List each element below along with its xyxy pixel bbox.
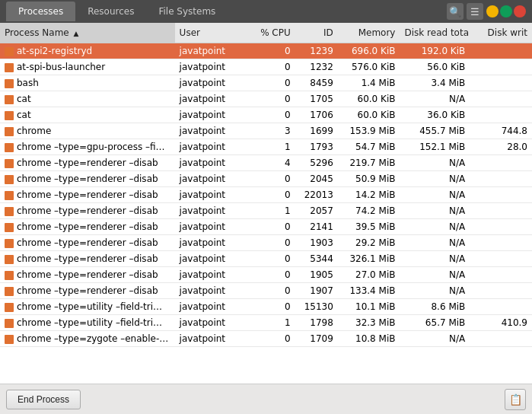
titlebar-tabs: Processes Resources File Systems (6, 2, 228, 21)
process-icon (5, 95, 14, 104)
cell-name: chrome –type=utility –field-tri… (0, 299, 175, 315)
close-button[interactable] (514, 5, 526, 18)
cell-user: javatpoint (175, 235, 245, 251)
cell-cpu: 4 (244, 155, 295, 171)
table-row[interactable]: catjavatpoint0170660.0 KiB36.0 KiB (0, 107, 532, 123)
tab-resources[interactable]: Resources (75, 2, 146, 21)
cell-diskread: 36.0 KiB (400, 107, 470, 123)
cell-memory: 14.2 MiB (338, 187, 400, 203)
cell-diskread: 56.0 KiB (400, 59, 470, 75)
table-row[interactable]: bashjavatpoint084591.4 MiB3.4 MiB (0, 75, 532, 91)
cell-user: javatpoint (175, 59, 245, 75)
cell-diskread: 3.4 MiB (400, 75, 470, 91)
bottombar: End Process 📋 (0, 384, 532, 414)
cell-user: javatpoint (175, 107, 245, 123)
cell-memory: 10.1 MiB (338, 299, 400, 315)
cell-user: javatpoint (175, 315, 245, 331)
table-row[interactable]: chrome –type=renderer –disabjavatpoint01… (0, 283, 532, 299)
minimize-button[interactable] (486, 5, 499, 18)
cell-name: chrome –type=renderer –disab (0, 251, 175, 267)
cell-name: chrome –type=utility –field-tri… (0, 315, 175, 331)
table-header: Process Name ▲ User % CPU ID Memory Disk… (0, 23, 532, 43)
process-name: chrome (17, 126, 51, 136)
menu-button[interactable]: ☰ (467, 3, 483, 20)
process-name: chrome –type=renderer –disab (17, 189, 158, 200)
cell-name: bash (0, 75, 175, 91)
table-row[interactable]: chromejavatpoint31699153.9 MiB455.7 MiB7… (0, 123, 532, 139)
cell-cpu: 0 (244, 251, 295, 267)
table-row[interactable]: chrome –type=renderer –disabjavatpoint12… (0, 203, 532, 219)
process-name: chrome –type=renderer –disab (17, 158, 158, 168)
cell-cpu: 1 (244, 315, 295, 331)
cell-diskread: N/A (400, 219, 470, 235)
table-row[interactable]: chrome –type=zygote –enable-…javatpoint0… (0, 331, 532, 347)
table-row[interactable]: chrome –type=renderer –disabjavatpoint45… (0, 155, 532, 171)
cell-diskwrite (470, 331, 532, 347)
process-name: chrome –type=utility –field-tri… (17, 317, 162, 328)
process-icon (5, 143, 14, 152)
cell-diskread: 8.6 MiB (400, 299, 470, 315)
process-icon (5, 47, 14, 56)
process-name: at-spi2-registryd (17, 46, 92, 56)
process-name: chrome –type=gpu-process –fi… (17, 142, 165, 152)
col-header-diskread[interactable]: Disk read tota (400, 23, 470, 43)
cell-cpu: 1 (244, 139, 295, 155)
process-icon (5, 159, 14, 168)
cell-cpu: 0 (244, 299, 295, 315)
table-row[interactable]: chrome –type=renderer –disabjavatpoint05… (0, 251, 532, 267)
table-row[interactable]: catjavatpoint0170560.0 KiBN/A (0, 91, 532, 107)
process-icon (5, 319, 14, 328)
process-table-container: Process Name ▲ User % CPU ID Memory Disk… (0, 23, 532, 384)
process-icon (5, 239, 14, 248)
cell-memory: 27.0 MiB (338, 267, 400, 283)
cell-name: chrome –type=zygote –enable-… (0, 331, 175, 347)
cell-memory: 133.4 MiB (338, 283, 400, 299)
cell-id: 1232 (295, 59, 338, 75)
col-header-diskwrite[interactable]: Disk writ (470, 23, 532, 43)
tab-filesystems[interactable]: File Systems (146, 2, 228, 21)
search-button[interactable]: 🔍 (447, 3, 464, 20)
table-row[interactable]: chrome –type=renderer –disabjavatpoint02… (0, 219, 532, 235)
process-icon (5, 79, 14, 88)
cell-user: javatpoint (175, 267, 245, 283)
col-header-cpu[interactable]: % CPU (244, 23, 295, 43)
cell-user: javatpoint (175, 91, 245, 107)
cell-memory: 576.0 KiB (338, 59, 400, 75)
col-header-id[interactable]: ID (295, 23, 338, 43)
cell-diskread: N/A (400, 203, 470, 219)
table-row[interactable]: at-spi-bus-launcherjavatpoint01232576.0 … (0, 59, 532, 75)
table-row[interactable]: chrome –type=renderer –disabjavatpoint02… (0, 187, 532, 203)
tab-processes[interactable]: Processes (6, 2, 75, 21)
cell-id: 5296 (295, 155, 338, 171)
cell-name: chrome –type=gpu-process –fi… (0, 139, 175, 155)
cell-id: 1699 (295, 123, 338, 139)
col-header-name[interactable]: Process Name ▲ (0, 23, 175, 43)
cell-memory: 50.9 MiB (338, 171, 400, 187)
process-name: chrome –type=utility –field-tri… (17, 301, 162, 312)
cell-diskwrite (470, 155, 532, 171)
cell-diskread: N/A (400, 331, 470, 347)
end-process-button[interactable]: End Process (6, 390, 81, 409)
process-name: cat (17, 110, 31, 120)
maximize-button[interactable] (500, 5, 512, 18)
process-name: chrome –type=renderer –disab (17, 205, 158, 216)
table-row[interactable]: at-spi2-registrydjavatpoint01239696.0 Ki… (0, 43, 532, 59)
table-row[interactable]: chrome –type=gpu-process –fi…javatpoint1… (0, 139, 532, 155)
cell-id: 1705 (295, 91, 338, 107)
col-header-user[interactable]: User (175, 23, 245, 43)
table-row[interactable]: chrome –type=renderer –disabjavatpoint02… (0, 171, 532, 187)
table-row[interactable]: chrome –type=utility –field-tri…javatpoi… (0, 299, 532, 315)
properties-button[interactable]: 📋 (505, 389, 526, 410)
cell-memory: 39.5 MiB (338, 219, 400, 235)
cell-memory: 60.0 KiB (338, 107, 400, 123)
cell-diskwrite (470, 299, 532, 315)
table-row[interactable]: chrome –type=renderer –disabjavatpoint01… (0, 267, 532, 283)
cell-diskwrite (470, 267, 532, 283)
table-row[interactable]: chrome –type=utility –field-tri…javatpoi… (0, 315, 532, 331)
cell-diskread: 192.0 KiB (400, 43, 470, 59)
process-icon (5, 207, 14, 216)
table-row[interactable]: chrome –type=renderer –disabjavatpoint01… (0, 235, 532, 251)
cell-diskwrite (470, 59, 532, 75)
col-header-memory[interactable]: Memory (338, 23, 400, 43)
titlebar: Processes Resources File Systems 🔍 ☰ (0, 0, 532, 23)
